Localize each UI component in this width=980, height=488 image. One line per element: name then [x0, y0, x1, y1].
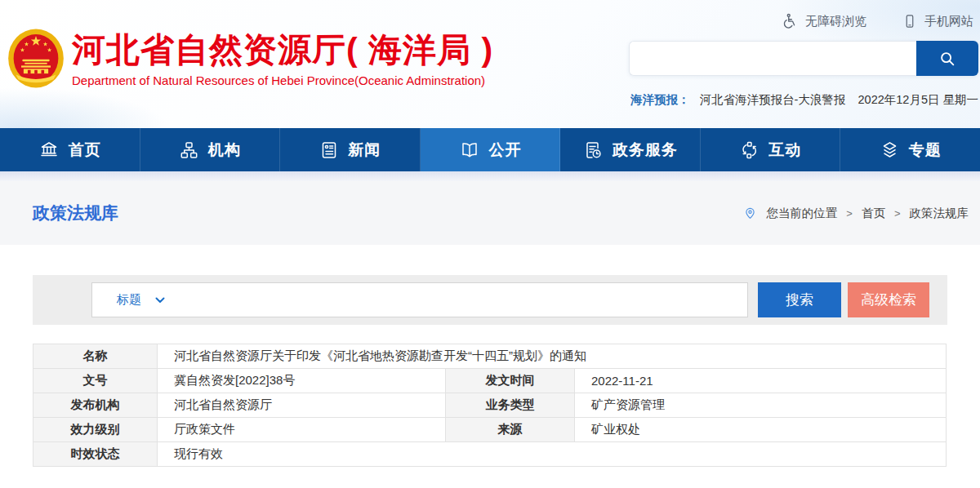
field-label: 名称: [33, 344, 158, 369]
field-value: 河北省自然资源厅: [158, 393, 446, 418]
field-value: 矿产资源管理: [575, 393, 947, 418]
field-label: 文号: [33, 369, 158, 393]
advanced-search-button[interactable]: 高级检索: [848, 282, 929, 317]
table-row: 文号 冀自然资发[2022]38号 发文时间 2022-11-21: [33, 369, 947, 393]
news-icon: [319, 140, 339, 160]
breadcrumb: 您当前的位置 > 首页 > 政策法规库: [743, 205, 969, 221]
filter-search-input[interactable]: [183, 283, 747, 317]
field-label: 发布机构: [33, 393, 158, 418]
field-type-dropdown[interactable]: 标题: [92, 292, 183, 308]
nav-item-org[interactable]: 机构: [140, 128, 281, 171]
nav-bottom-strip: [0, 171, 980, 181]
nav-label: 首页: [69, 140, 101, 161]
field-label: 来源: [446, 418, 575, 442]
field-label: 发文时间: [446, 369, 575, 393]
nav-item-open[interactable]: 公开: [421, 128, 561, 171]
nav-label: 公开: [489, 140, 522, 161]
nav-label: 新闻: [348, 140, 381, 161]
document-detail-table: 名称 河北省自然资源厅关于印发《河北省地热资源勘查开发“十四五”规划》的通知 文…: [33, 344, 947, 467]
masthead[interactable]: 河北省自然资源厅( 海洋局 ) Department of Natural Re…: [72, 31, 493, 87]
forecast-value[interactable]: 河北省海洋预报台-大浪警报: [700, 92, 846, 108]
smartphone-icon: [902, 13, 917, 29]
topics-icon: [880, 140, 900, 160]
nav-item-gov-service[interactable]: 政务服务: [560, 128, 701, 171]
open-book-icon: [459, 140, 480, 160]
site-header: 无障碍浏览 手机网站: [0, 0, 980, 128]
header-search-input[interactable]: [629, 41, 916, 76]
search-icon: [938, 50, 956, 68]
field-label: 业务类型: [446, 393, 575, 418]
location-pin-icon: [743, 205, 757, 221]
wheelchair-icon: [782, 13, 798, 29]
table-row: 发布机构 河北省自然资源厅 业务类型 矿产资源管理: [33, 393, 947, 418]
national-emblem-logo[interactable]: [7, 26, 65, 96]
home-icon: [38, 140, 60, 160]
breadcrumb-location-label: 您当前的位置: [766, 206, 837, 221]
accessibility-label: 无障碍浏览: [805, 14, 866, 29]
nav-item-news[interactable]: 新闻: [280, 128, 421, 171]
search-field: 标题: [91, 282, 748, 317]
ocean-forecast: 海洋预报： 河北省海洋预报台-大浪警报 2022年12月5日 星期一: [630, 92, 978, 108]
nav-label: 机构: [208, 140, 241, 161]
org-icon: [179, 140, 199, 160]
field-label: 时效状态: [33, 442, 158, 467]
mobile-site-label: 手机网站: [924, 14, 973, 29]
field-value: 河北省自然资源厅关于印发《河北省地热资源勘查开发“十四五”规划》的通知: [158, 344, 947, 369]
nav-label: 互动: [768, 140, 801, 161]
breadcrumb-separator: >: [894, 207, 901, 220]
nav-item-interact[interactable]: 互动: [701, 128, 841, 171]
main-nav: 首页 机构 新闻: [0, 128, 980, 171]
mobile-site-link[interactable]: 手机网站: [902, 13, 973, 29]
field-value: 矿业权处: [575, 418, 947, 442]
breadcrumb-separator: >: [846, 207, 853, 220]
header-search-button[interactable]: [916, 41, 978, 76]
breadcrumb-bar: 政策法规库 您当前的位置 > 首页 > 政策法规库: [0, 181, 980, 245]
forecast-date: 2022年12月5日 星期一: [858, 92, 978, 108]
accessibility-link[interactable]: 无障碍浏览: [782, 13, 866, 29]
gov-service-icon: [582, 140, 604, 160]
header-search: [629, 41, 978, 76]
interact-icon: [739, 140, 760, 160]
field-type-label: 标题: [117, 292, 141, 308]
field-label: 效力级别: [33, 418, 158, 442]
forecast-label: 海洋预报：: [630, 92, 690, 108]
nav-label: 专题: [909, 140, 942, 161]
search-button[interactable]: 搜索: [758, 282, 841, 317]
page-title: 政策法规库: [33, 202, 118, 224]
field-value: 现行有效: [158, 442, 947, 467]
breadcrumb-item-home[interactable]: 首页: [862, 206, 885, 221]
nav-item-home[interactable]: 首页: [0, 128, 140, 171]
page: 无障碍浏览 手机网站: [0, 0, 980, 488]
table-row: 效力级别 厅政策文件 来源 矿业权处: [33, 418, 947, 442]
filter-bar: 标题 搜索 高级检索: [33, 275, 947, 325]
site-title-english: Department of Natural Resources of Hebei…: [72, 73, 493, 87]
nav-label: 政务服务: [612, 140, 678, 161]
table-row: 名称 河北省自然资源厅关于印发《河北省地热资源勘查开发“十四五”规划》的通知: [33, 344, 947, 369]
site-title: 河北省自然资源厅( 海洋局 ): [72, 31, 493, 69]
field-value: 2022-11-21: [575, 369, 947, 393]
nav-item-topics[interactable]: 专题: [840, 128, 980, 171]
table-row: 时效状态 现行有效: [33, 442, 947, 467]
chevron-down-icon: [155, 297, 165, 304]
utility-links: 无障碍浏览 手机网站: [782, 13, 973, 29]
field-value: 厅政策文件: [158, 418, 446, 442]
field-value: 冀自然资发[2022]38号: [158, 369, 446, 393]
breadcrumb-item-current[interactable]: 政策法规库: [910, 206, 969, 221]
